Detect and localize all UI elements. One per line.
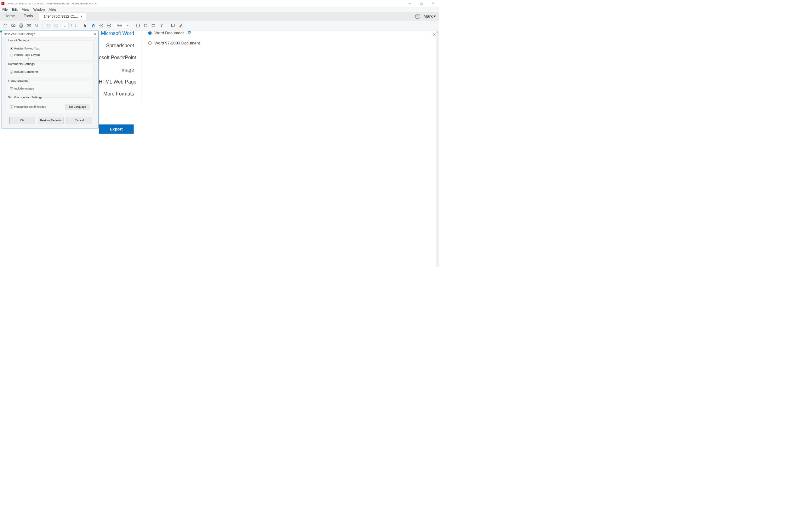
maximize-button[interactable]: ▢ [418,1,424,6]
save-as-docx-dialog: Save As DOCX Settings ✕ Layout Settings … [2,31,98,128]
read-mode-icon[interactable] [158,22,164,28]
fit-width-icon[interactable] [135,22,141,28]
include-comments-checkbox[interactable]: Include Comments [10,70,90,74]
export-button[interactable]: Export [99,125,134,134]
image-settings-group: Image Settings Include Images [7,81,94,94]
scroll-up-icon[interactable]: ▴ [436,31,439,33]
comment-icon[interactable] [170,22,176,28]
radio-icon [10,47,13,50]
tab-bar: Home Tools 1494870C-9912-C1... ✕ ? Mark … [0,12,439,21]
svg-rect-12 [136,24,139,27]
dialog-header: Save As DOCX Settings ✕ [2,31,98,37]
recognize-text-checkbox[interactable]: Recognize text if needed [10,105,46,109]
radio-icon [148,41,152,45]
layout-settings-label: Layout Settings [7,39,30,42]
close-panel-icon[interactable]: ✕ [432,32,436,37]
dialog-title: Save As DOCX Settings [4,32,35,36]
export-option-word-97[interactable]: Word 97-2003 Document [148,41,200,45]
export-category-more[interactable]: More Formats [99,91,134,97]
gear-icon[interactable] [187,31,191,35]
menu-file[interactable]: File [2,7,8,11]
retain-flowing-text-radio[interactable]: Retain Flowing Text [10,47,39,50]
menu-window[interactable]: Window [33,7,45,11]
menu-edit[interactable]: Edit [12,7,17,11]
cloud-upload-icon[interactable] [10,22,16,28]
svg-point-8 [47,24,50,27]
export-option-word-doc[interactable]: Word Document [148,31,200,35]
menu-help[interactable]: Help [49,7,56,11]
menu-bar: File Edit View Window Help [0,7,439,12]
svg-text:A: A [2,2,3,4]
hand-icon[interactable] [90,22,97,28]
tab-home[interactable]: Home [0,12,19,21]
highlight-icon[interactable] [178,22,184,28]
page-up-icon[interactable] [45,22,51,28]
export-options: Word Document Word 97-2003 Document [141,31,200,103]
retain-page-layout-radio[interactable]: Retain Page Layout [10,53,40,57]
separator [167,22,168,28]
vertical-scrollbar[interactable]: ▴ [436,31,439,267]
checkbox-label: Recognize text if needed [14,105,46,109]
fullscreen-icon[interactable] [151,22,156,28]
svg-rect-14 [152,24,155,27]
separator [80,22,80,28]
ok-button[interactable]: OK [9,117,35,124]
user-menu[interactable]: Mark ▾ [423,14,436,19]
export-category-word[interactable]: Microsoft Word [99,31,134,36]
cancel-button[interactable]: Cancel [67,117,92,124]
comments-settings-label: Comments Settings [7,62,36,66]
minimize-button[interactable]: — [407,1,413,6]
chevron-down-icon: ▾ [434,14,436,19]
page-separator: / [71,24,72,27]
menu-view[interactable]: View [22,7,29,11]
save-icon[interactable] [2,22,8,28]
export-panel: Microsoft Word Spreadsheet osoft PowerPo… [99,31,200,103]
acrobat-icon: A [1,2,4,5]
tab-document-label: 1494870C-9912-C1... [43,14,78,19]
dialog-footer: OK Restore Defaults Cancel [9,117,94,124]
zoom-select[interactable]: 79% [114,23,129,28]
checkbox-icon [10,71,13,73]
export-option-label: Word Document [154,31,184,35]
export-category-powerpoint[interactable]: osoft PowerPoint [99,55,134,61]
export-category-image[interactable]: Image [99,67,134,73]
text-recognition-label: Text Recognition Settings [7,96,43,99]
svg-rect-15 [160,24,163,25]
dialog-close-icon[interactable]: ✕ [94,32,96,36]
set-language-button[interactable]: Set Language [65,104,90,110]
checkbox-label: Include Comments [14,70,38,74]
checkbox-label: Include Images [14,87,34,91]
tab-tools[interactable]: Tools [19,12,37,21]
page-down-icon[interactable] [53,22,59,28]
separator [42,22,43,28]
restore-defaults-button[interactable]: Restore Defaults [38,117,64,124]
separator [132,22,132,28]
text-recognition-group: Text Recognition Settings Recognize text… [7,97,94,113]
close-tab-icon[interactable]: ✕ [80,15,83,19]
mail-icon[interactable] [26,22,32,28]
radio-icon [10,54,13,57]
page-total: 1 [75,24,77,27]
tab-document[interactable]: 1494870C-9912-C1... ✕ [39,12,86,20]
search-icon[interactable] [34,22,40,28]
page-number-input[interactable] [61,23,69,28]
checkbox-icon [10,87,13,90]
include-images-checkbox[interactable]: Include Images [10,87,90,91]
selection-icon[interactable] [82,22,88,28]
close-window-button[interactable]: ✕ [430,1,436,6]
radio-label: Retain Page Layout [14,53,40,57]
svg-point-7 [35,24,38,27]
radio-label: Retain Flowing Text [14,47,39,50]
print-icon[interactable] [18,22,24,28]
export-category-html[interactable]: HTML Web Page [99,79,134,85]
comments-settings-group: Comments Settings Include Comments [7,64,94,77]
zoom-in-icon[interactable] [106,22,112,28]
checkbox-icon [10,106,13,108]
fit-page-icon[interactable] [143,22,149,28]
export-categories: Microsoft Word Spreadsheet osoft PowerPo… [99,31,141,103]
svg-point-9 [55,24,58,27]
export-category-spreadsheet[interactable]: Spreadsheet [99,43,134,48]
toolbar: / 1 79% [0,21,439,31]
help-icon[interactable]: ? [415,14,420,19]
zoom-out-icon[interactable] [98,22,104,28]
